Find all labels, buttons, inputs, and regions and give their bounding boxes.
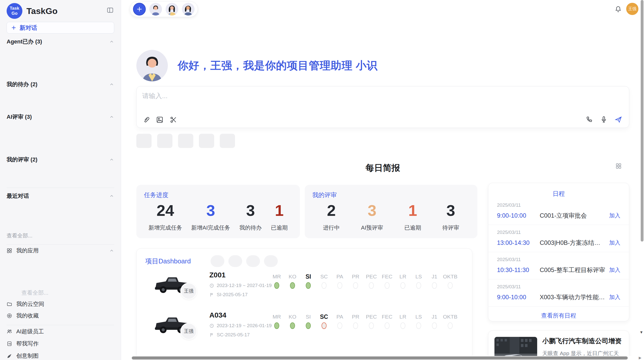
chevron-up-icon[interactable] xyxy=(109,39,114,44)
agent-avatar-2[interactable] xyxy=(166,3,178,16)
dashboard-tab[interactable] xyxy=(228,255,242,267)
project-row[interactable]: 王强 Z001 2023-12-19 ~ 2027-01-19 SI-2025-… xyxy=(137,267,472,307)
app-item[interactable] xyxy=(7,256,114,267)
recent-chat-item[interactable] xyxy=(7,220,114,231)
join-link[interactable]: 加入 xyxy=(609,266,620,274)
sidebar-item-cloud-space[interactable]: 我的云空间 xyxy=(7,298,114,310)
phone-icon[interactable] xyxy=(586,116,593,123)
dashboard-tab[interactable] xyxy=(264,255,278,267)
chat-input[interactable]: 请输入... xyxy=(142,92,168,100)
milestone-dot[interactable] xyxy=(385,322,390,329)
milestone-dot[interactable] xyxy=(432,282,437,289)
sidebar-section-header[interactable]: 我的评审 (2) xyxy=(7,156,114,164)
suggestion-chip[interactable] xyxy=(220,134,235,148)
recent-chat-item[interactable] xyxy=(7,210,114,220)
sidebar-collapse-icon[interactable] xyxy=(107,7,114,15)
sidebar-item[interactable] xyxy=(7,66,114,76)
sidebar-section-header[interactable]: 我的待办 (2) xyxy=(7,80,114,88)
join-link[interactable]: 加入 xyxy=(609,212,620,219)
recent-view-all-link[interactable]: 查看全部... xyxy=(7,231,114,241)
milestone-dot[interactable] xyxy=(369,282,374,289)
add-agent-button[interactable] xyxy=(133,3,146,16)
sidebar-section-header[interactable]: AI评审 (3) xyxy=(7,113,114,121)
vertical-scrollbar-thumb[interactable] xyxy=(641,0,643,242)
sidebar-item[interactable] xyxy=(7,99,114,109)
dashboard-tab[interactable] xyxy=(246,255,260,267)
dashboard-tab[interactable] xyxy=(211,255,224,267)
sidebar-section-header[interactable]: Agent已办 (3) xyxy=(7,38,114,46)
sidebar-item[interactable] xyxy=(7,121,114,131)
join-link[interactable]: 加入 xyxy=(609,239,620,247)
chevron-up-icon[interactable] xyxy=(109,82,114,87)
milestone-dot[interactable] xyxy=(416,322,421,329)
milestone-dot[interactable] xyxy=(432,322,437,329)
scroll-right-arrow[interactable]: ▶ xyxy=(639,356,641,360)
milestone-dot[interactable] xyxy=(369,322,374,329)
agent-avatar-3[interactable] xyxy=(182,3,195,16)
suggestion-chip[interactable] xyxy=(136,134,152,148)
view-all-schedule-link[interactable]: 查看所有日程 xyxy=(488,312,629,320)
recent-chat-item[interactable] xyxy=(7,200,114,210)
chevron-up-icon[interactable] xyxy=(109,114,114,119)
milestone-dot[interactable] xyxy=(290,322,295,329)
user-avatar[interactable]: 王强 xyxy=(626,3,638,15)
milestone-label: PR xyxy=(348,313,363,321)
milestone-dot[interactable] xyxy=(321,282,327,289)
chevron-up-icon[interactable] xyxy=(109,157,114,162)
notification-bell-icon[interactable] xyxy=(615,6,622,13)
milestone-dot[interactable] xyxy=(290,282,295,289)
microphone-icon[interactable] xyxy=(600,116,608,123)
milestone-dot[interactable] xyxy=(400,322,405,329)
milestone-dot[interactable] xyxy=(385,282,390,289)
milestone-dot[interactable] xyxy=(306,282,311,289)
milestone-dot[interactable] xyxy=(274,282,279,289)
milestone-dot[interactable] xyxy=(306,322,311,329)
project-row[interactable]: 王强 A034 2023-12-19 ~ 2026-01-19 SC-2025-… xyxy=(137,307,472,347)
sidebar-item[interactable] xyxy=(7,174,114,184)
milestone-dot[interactable] xyxy=(448,282,453,289)
apps-view-all-link[interactable]: 查看全部... xyxy=(7,288,114,298)
horizontal-scrollbar-thumb[interactable] xyxy=(132,356,628,359)
sidebar-item[interactable] xyxy=(7,131,114,141)
recent-chats-header[interactable]: 最近对话 xyxy=(7,192,114,200)
new-chat-button[interactable]: 新对话 xyxy=(7,22,114,34)
scroll-down-arrow[interactable]: ▼ xyxy=(639,330,643,334)
attachment-icon[interactable] xyxy=(142,116,150,124)
sidebar-item[interactable] xyxy=(7,56,114,66)
sidebar-item-my-apps[interactable]: 我的应用 xyxy=(7,245,114,256)
sidebar-item[interactable] xyxy=(7,46,114,56)
milestone-dot[interactable] xyxy=(337,322,342,329)
suggestion-chip[interactable] xyxy=(199,134,214,148)
stat: 3 待评审 xyxy=(442,202,459,232)
sidebar-item-creative-draw[interactable]: 创意制图 xyxy=(7,350,114,360)
milestone-dot[interactable] xyxy=(321,322,327,329)
sidebar-item[interactable] xyxy=(7,164,114,174)
sidebar-item-ai-employee[interactable]: AI超级员工 xyxy=(7,326,114,337)
milestone-dot[interactable] xyxy=(400,282,405,289)
suggestion-chip[interactable] xyxy=(157,134,172,148)
join-link[interactable]: 加入 xyxy=(609,293,620,301)
milestone-dot[interactable] xyxy=(353,282,358,289)
agent-avatar-1[interactable] xyxy=(149,3,162,16)
image-icon[interactable] xyxy=(156,116,164,124)
stat: 2 进行中 xyxy=(323,202,340,232)
sidebar-item[interactable] xyxy=(7,88,114,99)
scissors-icon[interactable] xyxy=(170,116,177,124)
news-card[interactable]: 小鹏飞行汽车制造公司增资 天眼查 App 显示，近日广州汇天飞行汽 xyxy=(488,331,629,360)
dashboard-title: 项目Dashboard xyxy=(145,257,191,266)
suggestion-chip[interactable] xyxy=(178,134,193,148)
layout-grid-icon[interactable] xyxy=(616,163,622,170)
app-item[interactable] xyxy=(7,277,114,288)
milestone-dot[interactable] xyxy=(353,322,358,329)
chevron-up-icon[interactable] xyxy=(109,193,114,199)
sidebar-item[interactable] xyxy=(7,141,114,152)
milestone-dot[interactable] xyxy=(416,282,421,289)
milestone-dot[interactable] xyxy=(337,282,342,289)
chevron-up-icon[interactable] xyxy=(109,248,114,253)
send-icon[interactable] xyxy=(614,115,622,124)
app-item[interactable] xyxy=(7,267,114,277)
sidebar-item-favorites[interactable]: 我的收藏 xyxy=(7,310,114,321)
sidebar-item-help-write[interactable]: 帮我写作 xyxy=(7,338,114,350)
milestone-dot[interactable] xyxy=(448,322,453,329)
milestone-dot[interactable] xyxy=(274,322,279,329)
